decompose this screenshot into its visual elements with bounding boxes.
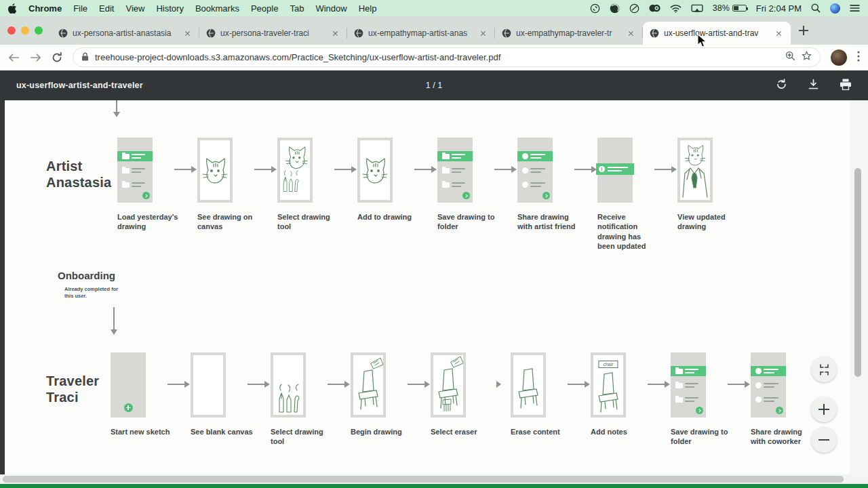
plus-icon: [818, 404, 829, 415]
contact-list-sketch: [517, 138, 553, 203]
horizontal-scrollbar-track[interactable]: [0, 474, 868, 484]
mouse-cursor: [697, 34, 707, 48]
flow-step: Save drawing to folder: [671, 352, 728, 447]
menu-view[interactable]: View: [125, 3, 144, 14]
do-not-disturb-menu-icon[interactable]: [629, 3, 639, 14]
close-tab-icon[interactable]: [182, 28, 193, 39]
menu-tab[interactable]: Tab: [290, 3, 304, 14]
menu-bookmarks[interactable]: Bookmarks: [195, 3, 239, 14]
flow-arrow-icon: [414, 169, 432, 170]
reload-button[interactable]: [52, 52, 62, 63]
fullscreen-window-button[interactable]: [35, 26, 43, 35]
pdf-favicon: [650, 28, 659, 38]
pdf-favicon: [354, 28, 363, 38]
flow-step: chair Add notes: [591, 352, 648, 436]
close-tab-icon[interactable]: [330, 28, 340, 39]
battery-percent-label: 38%: [713, 3, 730, 13]
pdf-viewer-toolbar: ux-userflow-artist-and-traveler 1 / 1: [0, 70, 868, 100]
cat-with-tools-sketch: [277, 138, 313, 203]
address-bar[interactable]: treehouse-project-downloads.s3.amazonaws…: [73, 47, 821, 67]
siri-icon[interactable]: [830, 3, 840, 14]
flow-step: See drawing on canvas: [197, 138, 254, 232]
close-tab-icon[interactable]: [774, 28, 784, 39]
wifi-menu-icon[interactable]: [670, 4, 682, 13]
tab-ux-empathymap-artist[interactable]: ux-empathymap-artist-anas: [347, 22, 495, 45]
drawing-tools-sketch: [271, 352, 306, 418]
rotate-page-icon[interactable]: [776, 79, 787, 93]
step-label: Start new sketch: [111, 427, 173, 436]
flow-arrow-icon: [494, 169, 512, 170]
zoom-out-button[interactable]: [811, 427, 837, 453]
folder-icon: [442, 168, 450, 174]
minimize-window-button[interactable]: [21, 26, 29, 35]
step-label: Load yesterday's drawing: [117, 212, 180, 232]
cat-drawing-sketch: [357, 138, 393, 203]
tab-ux-empathymap-traveler[interactable]: ux-empathymap-traveler-tr: [495, 22, 643, 45]
menu-bar-clock[interactable]: Fri 2:04 PM: [756, 3, 802, 14]
step-label: Select drawing tool: [277, 212, 340, 232]
battery-icon: [732, 5, 747, 12]
profile-avatar[interactable]: [831, 49, 847, 66]
artist-flow-heading: Artist Anastasia: [46, 158, 111, 190]
menu-people[interactable]: People: [251, 3, 278, 14]
flow-step: Receive notification drawing has been up…: [597, 138, 654, 251]
flow-arrow-icon: [574, 169, 592, 170]
menu-help[interactable]: Help: [359, 3, 377, 14]
folder-icon: [122, 168, 130, 174]
creative-cloud-menu-icon[interactable]: [649, 3, 660, 13]
plus-circle-icon: [124, 403, 133, 412]
tab-ux-userflow-active[interactable]: ux-userflow-artist-and-trav: [643, 22, 791, 45]
active-app-name[interactable]: Chrome: [28, 3, 62, 14]
step-label: Add notes: [591, 427, 653, 436]
horizontal-scrollbar-thumb[interactable]: [3, 476, 844, 483]
shazam-menu-icon[interactable]: [590, 3, 600, 14]
zoom-page-icon[interactable]: [785, 51, 795, 64]
close-window-button[interactable]: [7, 26, 16, 35]
vertical-scrollbar-thumb[interactable]: [854, 168, 861, 377]
zoom-in-button[interactable]: [811, 396, 837, 422]
flow-step: Load yesterday's drawing: [117, 138, 174, 232]
download-icon[interactable]: [808, 79, 819, 93]
browser-toolbar: treehouse-project-downloads.s3.amazonaws…: [0, 45, 868, 70]
tab-ux-persona-traveler-traci[interactable]: ux-persona-traveler-traci: [199, 22, 347, 45]
back-button[interactable]: [8, 53, 20, 62]
avatar-icon: [755, 368, 762, 374]
menu-history[interactable]: History: [156, 3, 183, 14]
menu-edit[interactable]: Edit: [99, 3, 114, 14]
folder-list-sketch: [671, 352, 706, 418]
flow-step: Select drawing tool: [277, 138, 334, 232]
print-icon[interactable]: [840, 79, 852, 93]
avatar-icon: [522, 153, 528, 159]
flow-arrow-icon: [167, 384, 185, 385]
browser-menu-kebab-icon[interactable]: [857, 51, 860, 64]
menu-file[interactable]: File: [73, 3, 87, 14]
menu-window[interactable]: Window: [315, 3, 347, 14]
tab-ux-persona-artist-anastasia[interactable]: ux-persona-artist-anastasia: [52, 22, 199, 45]
apple-menu-icon[interactable]: [8, 3, 17, 14]
onboarding-heading: Onboarding: [58, 270, 115, 281]
folder-icon: [675, 397, 683, 403]
browser-helper-menu-icon[interactable]: [610, 3, 620, 14]
forward-button[interactable]: [30, 53, 41, 62]
flow-arrow-icon: [654, 169, 672, 170]
fit-to-page-button[interactable]: [811, 357, 837, 382]
step-label: Add to drawing: [357, 212, 420, 222]
spotlight-search-icon[interactable]: [811, 3, 821, 13]
pdf-favicon: [206, 28, 216, 38]
bookmark-star-icon[interactable]: [802, 51, 812, 64]
chevron-circle-icon: [542, 192, 550, 199]
flow-arrow-icon: [248, 384, 265, 385]
notification-center-icon[interactable]: [850, 4, 860, 12]
pdf-page-indicator: 1 / 1: [0, 81, 868, 90]
chair-erased-sketch: [511, 352, 546, 418]
close-tab-icon[interactable]: [626, 28, 636, 39]
new-tab-button[interactable]: [795, 22, 812, 39]
folder-icon: [122, 182, 130, 188]
close-tab-icon[interactable]: [478, 28, 488, 39]
lock-icon: [81, 52, 89, 64]
flow-step: Start new sketch: [111, 352, 167, 436]
screen-mirroring-menu-icon[interactable]: [691, 4, 703, 13]
url-text[interactable]: treehouse-project-downloads.s3.amazonaws…: [95, 52, 779, 62]
tab-title: ux-empathymap-traveler-tr: [516, 28, 621, 38]
vertical-scrollbar-track[interactable]: [850, 100, 868, 474]
